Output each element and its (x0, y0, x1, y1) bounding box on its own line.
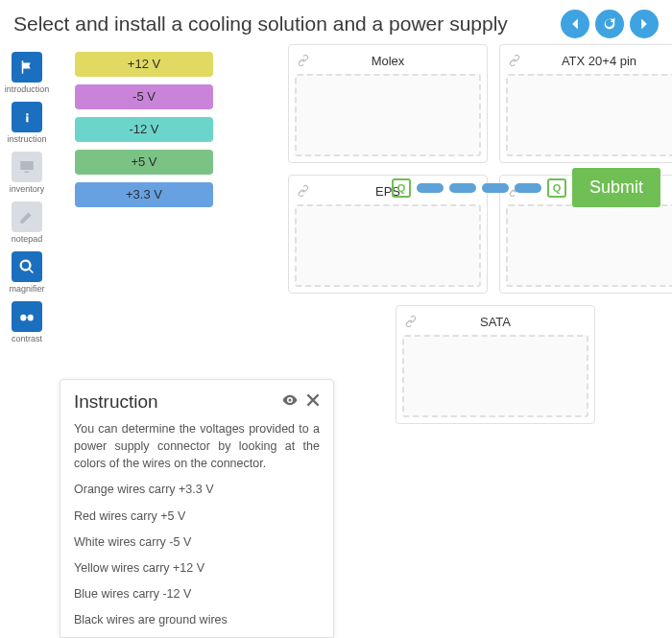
progress-segment (449, 183, 476, 193)
drop-target-label: SATA (480, 315, 511, 329)
instruction-text: White wires carry -5 V (74, 533, 320, 551)
instruction-title: Instruction (74, 391, 158, 413)
progress-segment (417, 183, 444, 193)
glasses-icon (12, 301, 42, 332)
link-icon (297, 53, 310, 66)
voltage-chip[interactable]: +3.3 V (75, 182, 213, 207)
drop-target[interactable]: ATX 20+4 pin (499, 44, 672, 163)
drop-zone[interactable] (506, 204, 672, 287)
drop-target[interactable]: SATA (396, 305, 595, 424)
voltage-chips: +12 V-5 V-12 V+5 V+3.3 V (75, 52, 213, 207)
instruction-text: Orange wires carry +3.3 V (74, 481, 320, 498)
close-icon[interactable] (306, 393, 320, 411)
instruction-text: Black wires are ground wires (74, 611, 320, 628)
drop-target-label: ATX 20+4 pin (562, 54, 636, 68)
sidebar-item-label: instruction (7, 134, 46, 144)
drop-zone[interactable] (295, 204, 481, 287)
instruction-text: Yellow wires carry +12 V (74, 559, 320, 577)
prev-button[interactable] (561, 10, 589, 38)
instruction-text: Red wires carry +5 V (74, 508, 320, 525)
voltage-chip[interactable]: +12 V (75, 52, 213, 77)
magnify-icon (12, 251, 42, 282)
progress-segment (515, 183, 541, 193)
sidebar-item-label: inventory (10, 184, 45, 194)
sidebar-item-introduction[interactable]: introduction (5, 50, 50, 98)
voltage-chip[interactable]: +5 V (75, 150, 213, 175)
marker-q-icon: Q (392, 178, 411, 198)
workspace: +12 V-5 V-12 V+5 V+3.3 V MolexATX 20+4 p… (54, 44, 672, 347)
link-icon (297, 183, 310, 197)
instruction-text: You can determine the voltages provided … (74, 420, 320, 472)
sidebar-item-instruction[interactable]: instruction (7, 100, 46, 148)
sidebar-item-inventory[interactable]: inventory (10, 150, 45, 198)
submit-button[interactable]: Submit (572, 168, 660, 207)
info-icon (12, 102, 42, 132)
sidebar-item-notepad[interactable]: notepad (12, 200, 43, 248)
sidebar-item-label: notepad (12, 234, 43, 244)
sidebar-item-label: magnifier (9, 284, 44, 294)
drop-targets: MolexATX 20+4 pinEPSPCIeSATA (288, 44, 672, 424)
page-title: Select and install a cooling solution an… (13, 12, 508, 35)
instruction-text: Blue wires carry -12 V (74, 585, 320, 603)
progress-segment (482, 183, 509, 193)
next-button[interactable] (630, 10, 659, 38)
flag-icon (12, 52, 42, 83)
monitor-icon (12, 152, 42, 182)
sidebar: introductioninstructioninventorynotepadm… (0, 44, 54, 347)
drop-target[interactable]: Molex (288, 44, 488, 163)
drop-target-label: Molex (372, 54, 405, 68)
drop-zone[interactable] (295, 74, 481, 156)
sidebar-item-magnifier[interactable]: magnifier (9, 249, 44, 297)
voltage-chip[interactable]: -12 V (75, 117, 213, 142)
nav-buttons (561, 10, 659, 38)
marker-q-icon: Q (547, 178, 566, 198)
voltage-chip[interactable]: -5 V (75, 84, 213, 109)
eye-icon[interactable] (281, 391, 299, 413)
refresh-button[interactable] (595, 10, 624, 38)
sidebar-item-label: contrast (12, 334, 42, 343)
drop-zone[interactable] (506, 74, 672, 156)
instruction-panel: Instruction You can determine the voltag… (60, 379, 334, 638)
link-icon (404, 314, 418, 327)
sidebar-item-label: introduction (5, 84, 50, 94)
drop-zone[interactable] (402, 335, 588, 417)
pencil-icon (12, 201, 42, 232)
sidebar-item-contrast[interactable]: contrast (12, 299, 42, 347)
link-icon (508, 53, 521, 66)
instruction-body: You can determine the voltages provided … (74, 420, 320, 633)
